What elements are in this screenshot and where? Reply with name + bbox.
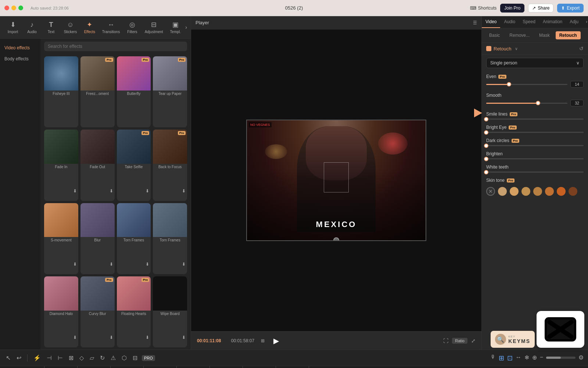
tab-audio[interactable]: Audio (500, 16, 519, 28)
toolbar-text[interactable]: T Text (42, 19, 60, 36)
zoom-out-icon[interactable]: − (540, 354, 543, 362)
fullscreen-icon[interactable]: ⤢ (471, 338, 476, 344)
minimize-button[interactable] (11, 6, 16, 10)
skin-tone-none[interactable]: ✕ (486, 187, 495, 196)
dark-circles-track[interactable] (486, 145, 584, 146)
tab-speed[interactable]: Speed (519, 16, 539, 28)
effect-tear-up-paper[interactable]: Pro Tear up Paper (153, 56, 187, 127)
retouch-reset-icon[interactable]: ↺ (579, 46, 584, 52)
overlay-icon[interactable]: ⊕ (532, 354, 537, 362)
video-handle[interactable] (333, 237, 339, 241)
undo-tool[interactable]: ↩ (15, 353, 23, 363)
skin-tone-1[interactable] (498, 187, 507, 196)
white-teeth-thumb[interactable] (484, 170, 488, 174)
effect-butterfly[interactable]: Pro Butterfly (117, 56, 151, 127)
dark-circles-thumb[interactable] (484, 144, 488, 148)
even-slider-thumb[interactable] (507, 82, 511, 86)
effect-diamond-halo[interactable]: ⬇ Diamond Halo (44, 276, 78, 347)
split-clip-icon[interactable]: ⊞ (499, 354, 504, 362)
join-pro-button[interactable]: Join Pro (500, 4, 524, 13)
effect-torn-frames-1[interactable]: ⬇ Torn Frames (117, 203, 151, 274)
zoom-slider[interactable] (546, 357, 576, 359)
subtab-remove[interactable]: Remove... (506, 31, 533, 39)
align-right-tool[interactable]: ⊢ (56, 353, 64, 363)
smooth-slider-track[interactable] (486, 103, 567, 104)
effect-torn-frames-2[interactable]: ⬇ Torn Frames (153, 203, 187, 274)
share-button[interactable]: ↗ Share (528, 4, 553, 13)
even-slider-track[interactable] (486, 84, 567, 85)
skin-tone-6[interactable] (557, 187, 566, 196)
effect-wipe-board[interactable]: ⬇ Wipe Board (153, 276, 187, 347)
mark-tool[interactable]: ⚠ (109, 353, 117, 363)
toolbar-adjustment[interactable]: ⊟ Adjustment (142, 18, 165, 36)
skin-tone-7[interactable] (569, 187, 577, 196)
transform-tool[interactable]: ⬡ (120, 353, 128, 363)
search-input[interactable] (44, 42, 187, 51)
toolbar-templates[interactable]: ▣ Templ. (166, 18, 184, 36)
effect-fade-in[interactable]: ⬇ Fade In (44, 130, 78, 201)
freeze-frame-icon[interactable]: ❄ (524, 354, 529, 362)
play-button[interactable]: ▶ (273, 336, 279, 345)
select-tool[interactable]: ↖ (4, 353, 12, 363)
subtab-retouch[interactable]: Retouch (556, 31, 581, 39)
pro-clip-tool[interactable]: PRO (142, 355, 155, 361)
white-teeth-track[interactable] (486, 171, 584, 173)
split-tool[interactable]: ⚡ (32, 353, 42, 363)
smile-slider-track[interactable] (486, 118, 584, 120)
person-select[interactable]: Single person ∨ (486, 58, 584, 68)
nav-body-effects[interactable]: Body effects (0, 53, 40, 64)
toolbar-audio[interactable]: ♪ Audio (23, 19, 41, 36)
effect-freeze-oment[interactable]: Pro Freez...oment (80, 56, 115, 127)
transition-icon[interactable]: ↔ (516, 354, 521, 362)
smooth-slider-thumb[interactable] (536, 101, 540, 105)
magnetic-icon[interactable]: ⊡ (507, 354, 513, 362)
nav-video-effects[interactable]: Video effects (0, 42, 40, 53)
fullscreen-crop-icon[interactable]: ⛶ (443, 338, 448, 344)
skin-tone-2[interactable] (510, 187, 519, 196)
effect-fade-out[interactable]: ⬇ Fade Out (80, 130, 115, 201)
shield-tool[interactable]: ◇ (78, 353, 85, 363)
crop2-tool[interactable]: ⊟ (131, 353, 139, 363)
brighten-track[interactable] (486, 158, 584, 159)
effect-back-to-focus[interactable]: Pro ⬇ Back to Focus (153, 130, 187, 201)
player-menu-icon[interactable]: ☰ (473, 20, 477, 25)
toolbar-filters[interactable]: ◎ Filters (123, 18, 141, 36)
brighten-thumb[interactable] (484, 157, 488, 161)
effect-fisheye-iii[interactable]: Fisheye III (44, 56, 78, 127)
tab-animation[interactable]: Animation (539, 16, 566, 28)
skin-tone-3[interactable] (521, 187, 530, 196)
bright-eye-thumb[interactable] (484, 130, 488, 135)
shortcuts-button[interactable]: ⌨ Shortcuts (470, 6, 497, 11)
align-left-tool[interactable]: ⊣ (45, 353, 53, 363)
retouch-expand[interactable]: ∨ (515, 46, 518, 51)
crop-tool[interactable]: ▱ (88, 353, 96, 363)
effect-s-movement[interactable]: ⬇ S-movement (44, 203, 78, 274)
delete-tool[interactable]: ⊠ (67, 353, 75, 363)
effect-floating-hearts[interactable]: Pro ⬇ Floating Hearts (117, 276, 151, 347)
toolbar-import[interactable]: ⬇ Import (4, 18, 22, 36)
tab-adjustment[interactable]: Adju (566, 16, 582, 28)
export-button[interactable]: ⬆ Export (557, 4, 584, 13)
effect-take-selfie[interactable]: Pro ⬇ Take Selfie (117, 130, 151, 201)
toolbar-stickers[interactable]: ☺ Stickers (61, 19, 80, 36)
effect-curvy-blur[interactable]: Pro ⬇ Curvy Blur (80, 276, 115, 347)
subtab-mask[interactable]: Mask (535, 31, 553, 39)
ratio-button[interactable]: Ratio (452, 338, 467, 344)
tabs-more[interactable]: › (582, 16, 588, 28)
toolbar-transitions[interactable]: ↔ Transitions (100, 19, 122, 36)
toolbar-expand[interactable]: › (185, 24, 187, 30)
close-button[interactable] (4, 6, 9, 10)
subtab-basic[interactable]: Basic (485, 31, 503, 39)
timecode-format-icon[interactable]: ⊞ (261, 338, 265, 343)
smile-slider-thumb[interactable] (484, 117, 488, 121)
effect-blur[interactable]: ⬇ Blur (80, 203, 115, 274)
toolbar-effects[interactable]: ✦ Effects (80, 18, 99, 36)
mic-icon[interactable]: 🎙 (491, 354, 496, 362)
fullscreen-button[interactable] (18, 6, 23, 10)
settings-icon[interactable]: ⚙ (578, 354, 584, 362)
tab-video[interactable]: Video (482, 16, 500, 28)
skin-tone-4[interactable] (533, 187, 542, 196)
bright-eye-track[interactable] (486, 132, 584, 133)
loop-tool[interactable]: ↻ (98, 353, 106, 363)
skin-tone-5[interactable] (545, 187, 554, 196)
